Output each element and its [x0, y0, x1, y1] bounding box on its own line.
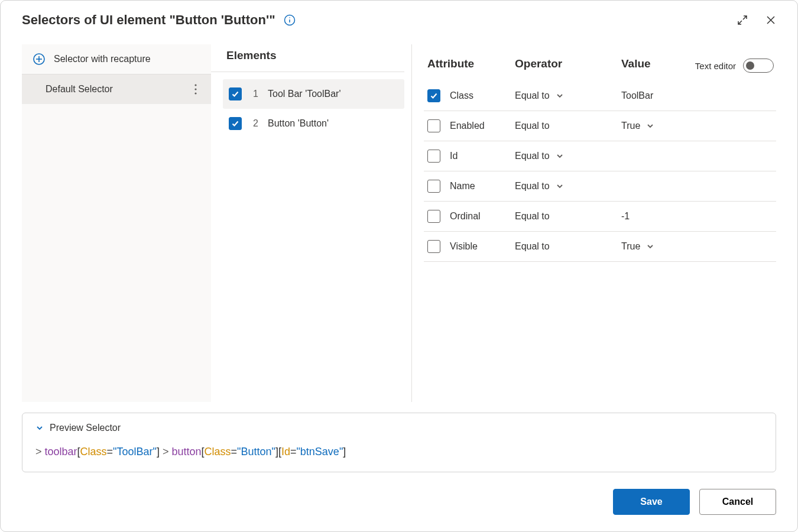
operator-value: Equal to	[515, 90, 550, 101]
operator-value: Equal to	[515, 151, 550, 161]
toggle-switch[interactable]	[743, 59, 774, 73]
elements-panel: Elements 1 Tool Bar 'ToolBar' 2 Button '…	[211, 44, 412, 402]
close-icon[interactable]	[765, 15, 776, 25]
preview-selector-box: Preview Selector > toolbar[Class="ToolBa…	[22, 413, 776, 472]
element-label: Button 'Button'	[268, 118, 329, 129]
attribute-checkbox[interactable]	[427, 240, 440, 253]
element-index: 2	[251, 118, 258, 129]
operator-dropdown[interactable]: Equal to	[515, 211, 621, 222]
selector-with-recapture-button[interactable]: Selector with recapture	[22, 44, 211, 74]
attribute-value: -1	[621, 211, 630, 222]
element-label: Tool Bar 'ToolBar'	[268, 89, 341, 99]
attribute-row: Id Equal to	[424, 141, 776, 171]
attribute-checkbox[interactable]	[427, 180, 440, 193]
col-attribute: Attribute	[427, 57, 515, 70]
attribute-row: Name Equal to	[424, 171, 776, 202]
attributes-panel: Attribute Operator Value Class Equal to …	[412, 44, 776, 402]
svg-point-6	[194, 84, 196, 86]
svg-point-1	[289, 17, 290, 18]
preview-label: Preview Selector	[50, 423, 121, 433]
attribute-row: Visible Equal to True	[424, 232, 776, 262]
element-row[interactable]: 2 Button 'Button'	[223, 109, 404, 138]
dialog-header: Selectors of UI element "Button 'Button'…	[22, 12, 776, 44]
text-editor-toggle[interactable]: Text editor	[695, 59, 774, 73]
attribute-value: True	[621, 241, 640, 252]
element-index: 1	[251, 89, 258, 99]
selectors-sidebar: Selector with recapture Default Selector	[22, 44, 211, 402]
operator-value: Equal to	[515, 241, 550, 252]
preview-selector-toggle[interactable]: Preview Selector	[35, 423, 763, 433]
dialog-footer: Save Cancel	[22, 472, 776, 515]
recapture-label: Selector with recapture	[54, 54, 151, 64]
elements-heading: Elements	[226, 49, 276, 62]
operator-dropdown[interactable]: Equal to	[515, 241, 621, 252]
operator-dropdown[interactable]: Equal to	[515, 90, 621, 101]
value-cell[interactable]: True	[621, 121, 773, 131]
attribute-value: True	[621, 121, 640, 131]
operator-dropdown[interactable]: Equal to	[515, 151, 621, 161]
info-icon[interactable]	[284, 14, 296, 26]
save-button[interactable]: Save	[613, 489, 690, 515]
element-checkbox[interactable]	[229, 117, 242, 130]
operator-value: Equal to	[515, 121, 550, 131]
cancel-button[interactable]: Cancel	[699, 489, 776, 515]
dialog-title: Selectors of UI element "Button 'Button'…	[22, 12, 275, 28]
selector-editor-dialog: Selectors of UI element "Button 'Button'…	[0, 0, 798, 532]
attribute-checkbox[interactable]	[427, 119, 440, 132]
operator-dropdown[interactable]: Equal to	[515, 121, 621, 131]
value-cell[interactable]: ToolBar	[621, 90, 773, 101]
element-row[interactable]: 1 Tool Bar 'ToolBar'	[223, 79, 404, 109]
attribute-value: ToolBar	[621, 90, 653, 101]
value-cell[interactable]: -1	[621, 211, 773, 222]
attribute-row: Enabled Equal to True	[424, 111, 776, 141]
attribute-row: Ordinal Equal to -1	[424, 202, 776, 232]
attribute-checkbox[interactable]	[427, 150, 440, 163]
sidebar-selector-item[interactable]: Default Selector	[22, 74, 211, 104]
selector-item-label: Default Selector	[46, 84, 113, 95]
value-cell[interactable]: True	[621, 241, 773, 252]
more-icon[interactable]	[194, 84, 199, 95]
svg-point-8	[194, 92, 196, 94]
col-operator: Operator	[515, 57, 621, 70]
operator-value: Equal to	[515, 181, 550, 192]
svg-point-7	[194, 88, 196, 90]
attribute-name: Class	[450, 90, 515, 101]
operator-value: Equal to	[515, 211, 550, 222]
attribute-name: Id	[450, 151, 515, 161]
attribute-checkbox[interactable]	[427, 210, 440, 223]
attribute-name: Ordinal	[450, 211, 515, 222]
text-editor-label: Text editor	[695, 61, 736, 71]
preview-selector-text: > toolbar[Class="ToolBar"] > button[Clas…	[35, 444, 763, 460]
attribute-row: Class Equal to ToolBar	[424, 81, 776, 111]
operator-dropdown[interactable]: Equal to	[515, 181, 621, 192]
expand-icon[interactable]	[737, 15, 748, 25]
attribute-name: Name	[450, 181, 515, 192]
attribute-name: Enabled	[450, 121, 515, 131]
attribute-name: Visible	[450, 241, 515, 252]
attribute-checkbox[interactable]	[427, 89, 440, 102]
element-checkbox[interactable]	[229, 87, 242, 100]
